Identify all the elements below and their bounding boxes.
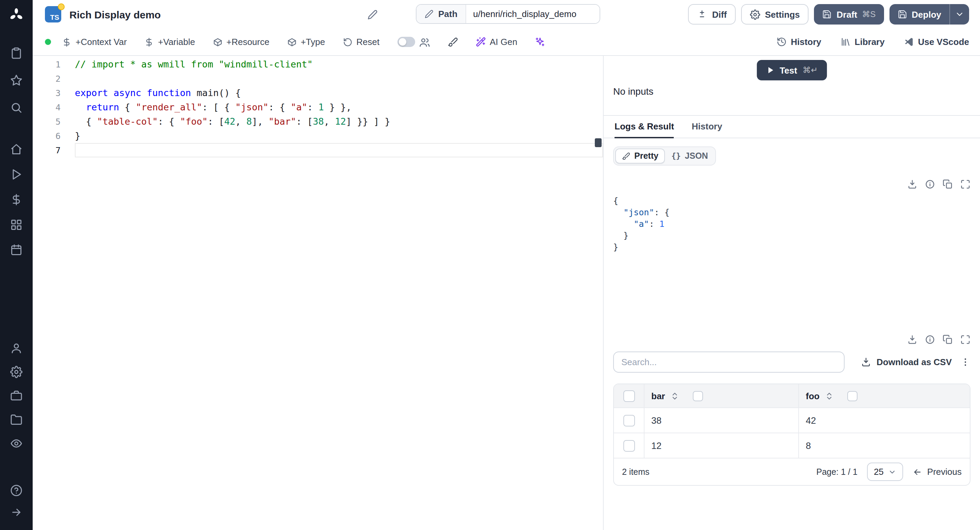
sidebar-group-bottom: [0, 480, 33, 523]
download-icon[interactable]: [907, 179, 917, 189]
table-row[interactable]: 128: [614, 433, 970, 458]
right-panel: Test ⌘↵ No inputs Logs & Result History …: [604, 56, 980, 530]
column-checkbox[interactable]: [847, 391, 858, 401]
dollar-icon: [62, 37, 72, 47]
kebab-menu-icon[interactable]: [960, 357, 970, 367]
result-json: { "json": { "a": 1 }}: [613, 195, 970, 253]
add-context-var-button[interactable]: +Context Var: [62, 37, 127, 47]
sidebar-item-user[interactable]: [0, 336, 33, 360]
sparkles-icon[interactable]: [535, 37, 545, 47]
download-icon[interactable]: [907, 334, 917, 345]
sort-icon[interactable]: [825, 391, 834, 400]
expand-icon[interactable]: [960, 179, 970, 189]
sidebar-item-eye[interactable]: [0, 431, 33, 455]
table-body: 3842128: [614, 407, 970, 458]
sidebar-item-arrow-right[interactable]: [0, 501, 33, 523]
settings-button[interactable]: Settings: [741, 4, 809, 24]
sidebar-item-calendar[interactable]: [0, 237, 33, 262]
tab-history[interactable]: History: [692, 116, 722, 138]
format-pretty-button[interactable]: Pretty: [615, 148, 665, 163]
table-search-input[interactable]: [613, 351, 845, 373]
code-line[interactable]: 7: [33, 143, 603, 157]
table-result-block: Download as CSV barfoo 3842128 2 items P…: [613, 334, 970, 486]
code-line[interactable]: 4 return { "render_all": [ { "json": { "…: [33, 100, 603, 115]
line-number: 5: [33, 115, 75, 129]
table-row[interactable]: 3842: [614, 407, 970, 433]
sidebar-item-clipboard[interactable]: [0, 40, 33, 67]
use-vscode-button[interactable]: Use VScode: [904, 37, 969, 47]
copy-icon[interactable]: [943, 334, 953, 345]
windmill-logo[interactable]: [0, 0, 33, 30]
sidebar-item-play[interactable]: [0, 161, 33, 187]
home-icon: [10, 143, 22, 155]
package-icon: [213, 37, 222, 47]
sidebar-item-search[interactable]: [0, 94, 33, 121]
code-line[interactable]: 6}: [33, 129, 603, 143]
sidebar-item-dollar[interactable]: [0, 187, 33, 212]
draft-shortcut: ⌘S: [862, 10, 875, 19]
header-checkbox-cell: [614, 384, 644, 407]
add-variable-button[interactable]: +Variable: [145, 37, 195, 47]
code-line[interactable]: 2: [33, 72, 603, 86]
save-icon: [897, 10, 907, 19]
page-size-select[interactable]: 25: [867, 463, 904, 481]
sidebar-item-star[interactable]: [0, 67, 33, 94]
diff-button[interactable]: Diff: [688, 4, 736, 24]
emoji-badge-icon: [58, 3, 65, 10]
sidebar-item-folder[interactable]: [0, 407, 33, 431]
edit-summary-icon[interactable]: [368, 9, 378, 19]
sidebar-item-apps[interactable]: [0, 212, 33, 237]
sidebar-item-home[interactable]: [0, 136, 33, 161]
download-icon: [861, 357, 871, 367]
path-button[interactable]: Path: [417, 5, 466, 23]
library-button[interactable]: Library: [840, 37, 885, 47]
add-type-button[interactable]: +Type: [287, 37, 325, 47]
info-icon[interactable]: [925, 179, 935, 189]
tab-logs-result[interactable]: Logs & Result: [614, 116, 674, 138]
toolbar-left: +Context Var +Variable +Resource +Type R…: [62, 37, 545, 47]
path-input[interactable]: [466, 5, 600, 23]
deploy-button[interactable]: Deploy: [889, 4, 950, 24]
history-button[interactable]: History: [776, 37, 821, 47]
format-json-button[interactable]: {} JSON: [665, 149, 714, 163]
code-editor-lines: 1// import * as wmill from "windmill-cli…: [33, 57, 603, 157]
column-checkbox[interactable]: [693, 391, 703, 401]
table-cell: 38: [644, 408, 798, 433]
save-icon: [822, 10, 832, 19]
line-number: 3: [33, 86, 75, 100]
download-csv-button[interactable]: Download as CSV: [861, 357, 952, 367]
ts-badge-label: TS: [50, 13, 59, 21]
sidebar-item-briefcase[interactable]: [0, 383, 33, 407]
code-line[interactable]: 1// import * as wmill from "windmill-cli…: [33, 57, 603, 72]
code-editor[interactable]: 1// import * as wmill from "windmill-cli…: [33, 56, 604, 530]
row-checkbox[interactable]: [623, 415, 635, 426]
copy-icon[interactable]: [943, 179, 953, 189]
previous-page-button[interactable]: Previous: [913, 467, 962, 477]
test-button[interactable]: Test ⌘↵: [756, 60, 827, 80]
info-icon[interactable]: [925, 334, 935, 345]
sidebar-item-help[interactable]: [0, 480, 33, 501]
row-checkbox-cell: [614, 408, 644, 433]
sort-icon[interactable]: [670, 391, 679, 400]
deploy-dropdown-button[interactable]: [950, 4, 969, 24]
format-code-icon[interactable]: [447, 37, 458, 47]
briefcase-icon: [10, 390, 22, 402]
multiplayer-toggle-group: [397, 37, 430, 47]
select-all-checkbox[interactable]: [623, 390, 635, 402]
code-line[interactable]: 5 { "table-col": { "foo": [42, 8], "bar"…: [33, 115, 603, 129]
code-line[interactable]: 3export async function main() {: [33, 86, 603, 100]
help-icon: [10, 484, 22, 496]
result-actions: [613, 179, 970, 189]
expand-icon[interactable]: [960, 334, 970, 345]
draft-button[interactable]: Draft ⌘S: [814, 4, 884, 24]
dollar-icon: [10, 193, 22, 205]
toolbar-right: History Library Use VScode: [776, 37, 969, 47]
multiplayer-toggle[interactable]: [397, 37, 415, 47]
ai-gen-button[interactable]: AI Gen: [476, 37, 517, 47]
reset-button[interactable]: Reset: [343, 37, 379, 47]
line-number: 2: [33, 72, 75, 86]
add-resource-button[interactable]: +Resource: [213, 37, 269, 47]
row-checkbox[interactable]: [623, 440, 635, 451]
sidebar-item-gear[interactable]: [0, 360, 33, 383]
table-cell: 12: [644, 433, 798, 458]
